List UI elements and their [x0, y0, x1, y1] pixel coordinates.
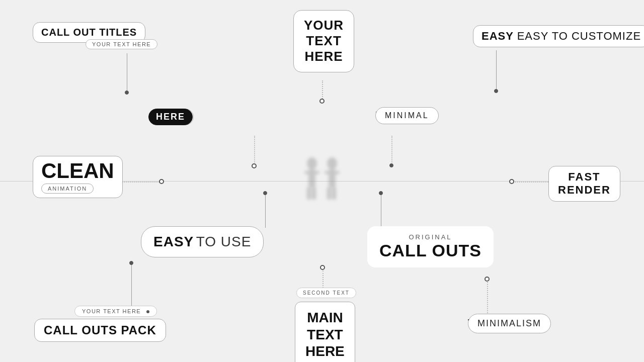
main-line3: HERE [305, 343, 345, 359]
svg-rect-5 [312, 187, 316, 200]
your-text-center-content: YOUR TEXT HERE [304, 18, 344, 65]
minimalism-text-group: MINIMALISM TEXT HERE [468, 317, 534, 330]
line-your-text-mid [254, 136, 255, 166]
minimal-label: MINIMAL [385, 111, 429, 120]
svg-rect-9 [334, 171, 340, 174]
dot-fast-render [509, 179, 514, 184]
main-text-content: MAIN TEXT HERE [305, 309, 345, 360]
svg-rect-10 [327, 187, 331, 200]
callout-fast-render: FAST RENDER [548, 166, 620, 202]
clean-main: CLEAN [41, 160, 114, 182]
call-outs-pack-main: CALL OUTS PACK [44, 323, 156, 337]
line-minimal-design [391, 136, 392, 166]
canvas: CALL OUT TITLES YOUR TEXT HERE YOUR TEXT… [0, 0, 644, 362]
dot-easy-customize [494, 89, 498, 93]
callout-minimalism: MINIMALISM [468, 314, 551, 333]
main-line2: TEXT [307, 327, 343, 342]
center-figure [272, 131, 372, 231]
word-here-text: HERE [156, 112, 185, 122]
clean-sub: ANIMATION [41, 184, 94, 194]
svg-point-0 [307, 157, 317, 169]
callout-call-outs-pack-box: CALL OUTS PACK [34, 319, 166, 342]
easy-label: EASY [481, 30, 517, 42]
call-outs-pack-group: CALL OUTS PACK [34, 319, 166, 342]
dot-call-out-titles [125, 90, 129, 95]
second-text-label: SECOND TEXT [303, 290, 350, 296]
dot-original-callouts [379, 191, 383, 195]
dot-clean-animation [159, 179, 164, 184]
render-label: RENDER [558, 184, 611, 196]
callout-easy-to-customize: EASY EASY TO CUSTOMIZE [473, 25, 644, 47]
to-use-light: TO USE [196, 234, 252, 249]
line-minimalism [487, 280, 488, 317]
callout-main-text-box: MAIN TEXT HERE [295, 302, 355, 362]
dot-your-text-center [319, 99, 325, 104]
line-original-callouts [381, 194, 381, 228]
to-customize-label: EASY TO CUSTOMIZE [517, 30, 641, 42]
your-text-line2: TEXT [306, 33, 341, 48]
svg-point-6 [327, 157, 337, 169]
fast-render-content: FAST RENDER [558, 170, 611, 197]
your-text-line3: HERE [304, 49, 343, 64]
dot-small [146, 310, 149, 313]
dot-call-outs-pack [129, 261, 133, 265]
easy-bold: EASY [153, 234, 194, 249]
call-out-titles-main: CALL OUT TITLES [41, 27, 137, 38]
main-line1: MAIN [307, 310, 343, 325]
call-out-titles-sub: YOUR TEXT HERE [92, 41, 151, 47]
minimal-design-group: MINIMAL DESIGN [375, 110, 420, 121]
svg-rect-8 [325, 171, 331, 174]
svg-rect-4 [307, 187, 311, 200]
callout-original-callouts: ORIGINAL CALL OUTS [367, 226, 494, 267]
your-text-line1: YOUR [304, 18, 344, 33]
callout-second-text: SECOND TEXT [296, 288, 356, 298]
dot-minimalism [485, 277, 490, 282]
line-call-out-titles [127, 53, 127, 93]
callout-clean-animation: CLEAN ANIMATION [33, 156, 123, 198]
fast-label: FAST [568, 170, 600, 183]
call-outs-main: CALL OUTS [379, 241, 481, 260]
callout-easy-to-use: EASY TO USE [141, 226, 264, 257]
word-here: HERE [148, 109, 193, 125]
svg-rect-3 [313, 171, 319, 174]
line-main-text [323, 270, 324, 288]
dot-easy-to-use [263, 191, 267, 195]
your-text-here-mid: YOUR TEXT HERE [148, 112, 180, 122]
line-easy-customize [496, 50, 497, 90]
dot-your-text-mid [252, 163, 257, 168]
minimalism-label: MINIMALISM [477, 318, 541, 328]
callout-your-text-center: YOUR TEXT HERE [293, 10, 354, 72]
line-your-text-center-top [322, 80, 323, 101]
line-call-outs-pack [131, 263, 132, 308]
svg-rect-11 [332, 187, 336, 200]
original-sub: ORIGINAL [379, 233, 481, 241]
dot-main-text [320, 265, 325, 270]
line-easy-to-use [265, 194, 266, 228]
your-text-bottom-label: YOUR TEXT HERE [82, 308, 141, 314]
your-text-sub-top-left: YOUR TEXT HERE [86, 39, 157, 49]
dot-minimal-design [389, 163, 393, 167]
callout-minimal: MINIMAL [375, 107, 439, 124]
svg-rect-2 [304, 171, 310, 174]
callout-your-text-bottom: YOUR TEXT HERE [74, 306, 157, 317]
